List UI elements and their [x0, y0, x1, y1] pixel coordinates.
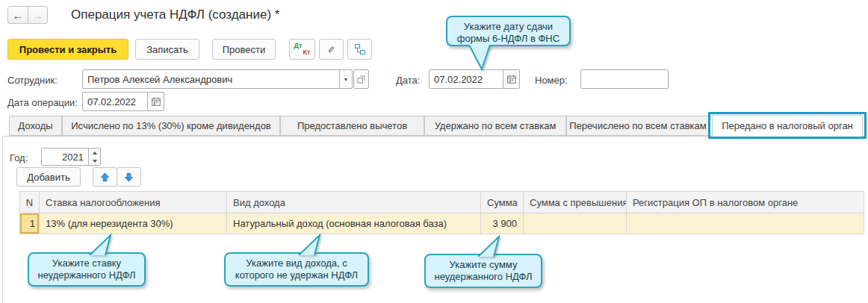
chevron-down-icon: ▼ [344, 77, 349, 82]
cell-op-registration[interactable] [627, 213, 864, 234]
ndfl-table-container: N Ставка налогообложения Вид дохода Сумм… [19, 191, 864, 234]
year-spin-up-button[interactable] [89, 149, 100, 157]
add-row-button[interactable]: Добавить [16, 167, 81, 187]
callout-tax-rate-tail [84, 234, 120, 255]
cell-tax-rate[interactable]: 13% (для нерезидента 30%) [40, 213, 227, 234]
tab-perechisleno[interactable]: Перечислено по всем ставкам [566, 116, 710, 136]
callout-sum-tail [472, 235, 508, 257]
tab-dohody[interactable]: Доходы [9, 116, 62, 136]
callout-income-type-tail [293, 234, 329, 255]
year-label: Год: [10, 152, 28, 163]
date-label: Дата: [396, 75, 420, 86]
employee-open-button[interactable] [353, 69, 369, 89]
col-header-sum-excess[interactable]: Сумма с превышения [524, 192, 627, 213]
callout-tax-rate: Укажите ставку неудержанного НДФЛ [28, 252, 146, 287]
cell-row-number[interactable]: 1 [20, 213, 40, 234]
operation-date-input[interactable] [82, 92, 148, 111]
back-arrow-icon: ← [13, 9, 24, 22]
page-title: Операция учета НДФЛ (создание) * [71, 7, 279, 22]
forward-arrow-icon: → [32, 9, 43, 22]
callout-income-type: Укажите вид дохода, с которого не удержа… [224, 252, 369, 287]
table-header-row: N Ставка налогообложения Вид дохода Сумм… [20, 192, 864, 213]
col-header-sum[interactable]: Сумма [481, 192, 524, 213]
attachments-button[interactable] [319, 39, 344, 60]
post-and-close-button[interactable]: Провести и закрыть [7, 39, 128, 60]
post-button[interactable]: Провести [212, 39, 276, 60]
back-button[interactable]: ← [7, 6, 28, 24]
callout-report-date-tail [462, 45, 499, 73]
up-arrow-icon [99, 172, 111, 183]
dt-kt-icon: ДтКт [294, 42, 311, 57]
cell-sum[interactable]: 3 900 [481, 213, 524, 234]
open-icon [356, 75, 366, 84]
date-calendar-button[interactable] [503, 69, 520, 89]
cell-sum-excess[interactable] [524, 213, 627, 234]
employee-dropdown-button[interactable]: ▼ [339, 69, 353, 89]
employee-label: Сотрудник: [7, 75, 58, 86]
ndfl-operation-window: { "window": { "title": "Операция учета Н… [0, 0, 868, 303]
employee-input[interactable] [82, 69, 340, 89]
structure-icon [354, 43, 366, 55]
year-spinner [88, 148, 101, 166]
dt-kt-postings-button[interactable]: ДтКт [289, 39, 315, 60]
down-arrow-icon [123, 172, 134, 183]
cell-income-type[interactable]: Натуральный доход (основная налоговая ба… [227, 213, 481, 234]
year-input[interactable] [41, 148, 89, 166]
tab-uderzhano[interactable]: Удержано по всем ставкам [424, 116, 566, 136]
write-button[interactable]: Записать [135, 39, 199, 60]
spin-down-icon [93, 160, 97, 163]
document-structure-button[interactable] [347, 39, 372, 60]
ndfl-table: N Ставка налогообложения Вид дохода Сумм… [19, 191, 864, 234]
tab-predostavleno-vychetov[interactable]: Предоставлено вычетов [280, 116, 424, 136]
operation-date-label: Дата операции: [7, 97, 78, 108]
spin-up-icon [93, 152, 97, 154]
col-header-n[interactable]: N [20, 192, 40, 213]
calendar-icon [151, 96, 161, 107]
col-header-tax-rate[interactable]: Ставка налогообложения [40, 192, 227, 213]
col-header-op-registration[interactable]: Регистрация ОП в налоговом органе [627, 192, 864, 213]
col-header-income-type[interactable]: Вид дохода [227, 192, 481, 213]
tab-peredano-v-nalogovyj-organ[interactable]: Передано в налоговый орган [712, 115, 863, 137]
number-label: Номер: [535, 75, 568, 86]
paperclip-icon [326, 44, 337, 55]
forward-button[interactable]: → [28, 6, 48, 24]
calendar-icon [506, 74, 517, 84]
tab-ischisleno[interactable]: Исчислено по 13% (30%) кроме дивидендов [62, 116, 280, 136]
operation-date-calendar-button[interactable] [147, 92, 164, 111]
move-row-down-button[interactable] [117, 167, 141, 187]
panel-left-border [2, 136, 3, 303]
move-row-up-button[interactable] [93, 167, 117, 187]
year-spin-down-button[interactable] [89, 157, 100, 165]
number-input[interactable] [580, 69, 669, 89]
table-row[interactable]: 1 13% (для нерезидента 30%) Натуральный … [20, 213, 864, 234]
callout-sum: Укажите сумму неудержанного НДФЛ [424, 254, 542, 288]
callout-report-date: Укажите дату сдачи формы 6-НДФЛ в ФНС [446, 16, 571, 46]
